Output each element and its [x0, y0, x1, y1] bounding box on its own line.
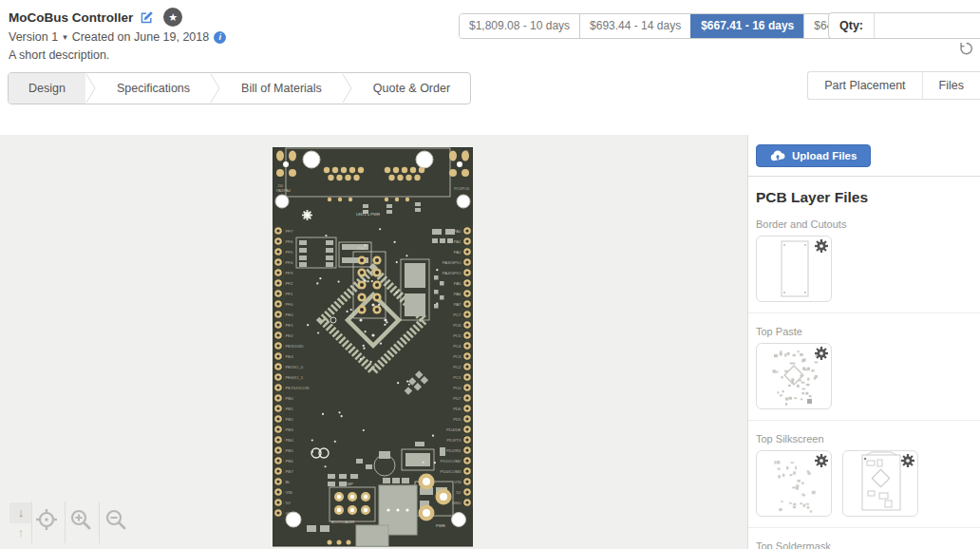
panel-heading: PCB Layer Files	[756, 189, 980, 206]
project-description: A short description.	[9, 48, 226, 62]
pan-up-button[interactable]: ↑	[9, 523, 32, 542]
price-option-16-days-selected[interactable]: $667.41 - 16 days	[690, 14, 803, 38]
svg-text:PB1: PB1	[286, 407, 294, 411]
svg-text:PE3/1UID: PE3/1UID	[286, 344, 304, 349]
quantity-label: Qty:	[829, 13, 875, 38]
svg-text:PD1/COM2: PD1/COM2	[441, 459, 462, 464]
svg-text:PF1: PF1	[286, 292, 293, 296]
svg-text:PA6: PA6	[454, 292, 462, 296]
svg-text:PF0: PF0	[286, 302, 293, 307]
svg-text:BL: BL	[286, 480, 292, 484]
zoom-out-button[interactable]	[104, 507, 128, 532]
svg-text:PB0: PB0	[286, 396, 294, 401]
svg-text:5V: 5V	[456, 490, 461, 495]
svg-text:PB3: PB3	[286, 427, 294, 432]
svg-text:J10: J10	[277, 184, 283, 188]
files-panel: Upload Files PCB Layer Files Border and …	[747, 135, 980, 549]
svg-text:PA2: PA2	[454, 250, 462, 255]
svg-text:PF2: PF2	[286, 281, 293, 286]
svg-text:PE7/UVCON: PE7/UVCON	[286, 386, 310, 390]
silkscreen-gear-mark	[302, 210, 312, 220]
control-divider	[31, 502, 32, 543]
layer-thumbnail-top-silkscreen-2[interactable]	[842, 450, 918, 517]
created-label: Created on June 19, 2018	[72, 30, 210, 44]
layer-settings-gear-icon[interactable]	[901, 454, 914, 467]
svg-text:PF7: PF7	[286, 229, 293, 234]
svg-text:ISP: ISP	[347, 482, 353, 486]
version-label: Version 1	[9, 30, 58, 44]
history-reset-icon[interactable]	[959, 41, 973, 55]
price-option-14-days[interactable]: $693.44 - 14 days	[579, 14, 690, 38]
svg-text:PC0: PC0	[453, 386, 462, 390]
svg-text:PE5/IO_0: PE5/IO_0	[286, 365, 304, 369]
svg-text:PB7: PB7	[286, 469, 294, 474]
layer-settings-gear-icon[interactable]	[815, 347, 828, 360]
center-crosshair-button[interactable]	[34, 507, 59, 532]
section-divider	[748, 527, 980, 528]
section-label-top-soldermask: Top Soldermask	[756, 540, 980, 549]
tab-bill-of-materials[interactable]: Bill of Materials	[221, 73, 342, 104]
svg-text:PC7: PC7	[453, 312, 462, 317]
layer-thumbnail-top-silkscreen-1[interactable]	[756, 450, 832, 517]
svg-text:PWR: PWR	[436, 523, 445, 528]
svg-text:PD6: PD6	[453, 407, 462, 411]
svg-text:PB5: PB5	[286, 448, 294, 453]
files-button[interactable]: Files	[922, 72, 980, 99]
svg-text:PD0/COM3: PD0/COM3	[441, 469, 462, 474]
svg-text:PE0: PE0	[286, 312, 294, 317]
section-divider	[748, 420, 980, 421]
svg-text:PC2: PC2	[453, 365, 462, 369]
tab-quote-and-order[interactable]: Quote & Order	[353, 73, 470, 104]
price-option-10-days[interactable]: $1,809.08 - 10 days	[460, 14, 579, 38]
control-divider	[99, 502, 100, 543]
svg-text:PF6: PF6	[286, 239, 293, 244]
svg-text:PA3/GPIO: PA3/GPIO	[443, 260, 462, 265]
svg-text:PF4: PF4	[286, 260, 293, 265]
layer-settings-gear-icon[interactable]	[815, 454, 828, 467]
pan-down-button[interactable]: ↓	[9, 502, 32, 523]
tab-separator-chevron	[342, 73, 353, 104]
layer-settings-gear-icon[interactable]	[815, 239, 828, 253]
tab-separator-chevron	[210, 73, 221, 104]
version-dropdown-caret-icon[interactable]: ▾	[63, 32, 67, 42]
pcb-viewport[interactable]: J10 PA3/PA4 PC5/PC6 J3 PF7PF6PF5PF4PF3PF…	[0, 135, 748, 549]
svg-text:PA1: PA1	[454, 239, 462, 244]
svg-text:PE1: PE1	[286, 323, 294, 328]
svg-text:PD7: PD7	[453, 396, 462, 401]
section-divider	[748, 312, 980, 313]
svg-text:VIN: VIN	[286, 490, 292, 495]
svg-text:5V: 5V	[286, 501, 291, 505]
svg-text:PD5: PD5	[453, 417, 462, 422]
quantity-input[interactable]	[875, 13, 980, 38]
tab-specifications[interactable]: Specifications	[97, 73, 210, 104]
svg-text:VIN: VIN	[454, 480, 461, 484]
pcb-board-render: J10 PA3/PA4 PC5/PC6 J3 PF7PF6PF5PF4PF3PF…	[273, 147, 473, 549]
layer-thumbnail-top-paste[interactable]	[756, 343, 832, 409]
svg-text:PE2: PE2	[286, 333, 294, 338]
svg-text:PF5: PF5	[286, 250, 293, 255]
section-label-top-silkscreen: Top Silkscreen	[756, 433, 980, 445]
zoom-in-button[interactable]	[68, 507, 93, 532]
svg-text:PB4: PB4	[286, 438, 294, 443]
svg-text:PA5: PA5	[454, 281, 462, 286]
tab-design[interactable]: Design	[9, 73, 85, 104]
project-title: MoCoBus Controller	[9, 10, 133, 25]
svg-text:LED1 = PWR: LED1 = PWR	[356, 212, 380, 217]
quantity-widget: Qty:	[828, 12, 980, 39]
svg-text:PA4/GPIO: PA4/GPIO	[443, 271, 462, 275]
svg-text:PB2: PB2	[286, 417, 294, 422]
svg-text:J3: J3	[464, 150, 468, 154]
part-placement-button[interactable]: Part Placement	[808, 72, 921, 99]
svg-text:JTAG: JTAG	[357, 247, 366, 251]
svg-text:PC4: PC4	[453, 344, 462, 349]
svg-text:PC6: PC6	[453, 323, 462, 328]
info-icon[interactable]: i	[214, 31, 226, 44]
svg-text:PA7: PA7	[454, 302, 462, 307]
main-tab-bar: Design Specifications Bill of Materials …	[8, 72, 471, 104]
upload-files-button[interactable]: Upload Files	[756, 144, 871, 167]
project-header: MoCoBus Controller ★ Version 1 ▾ Created…	[9, 8, 226, 62]
layer-thumbnail-border-cutouts[interactable]	[756, 236, 832, 302]
edit-title-icon[interactable]	[140, 10, 154, 25]
favorite-star-icon[interactable]: ★	[163, 8, 182, 27]
svg-text:PE4: PE4	[286, 354, 294, 359]
